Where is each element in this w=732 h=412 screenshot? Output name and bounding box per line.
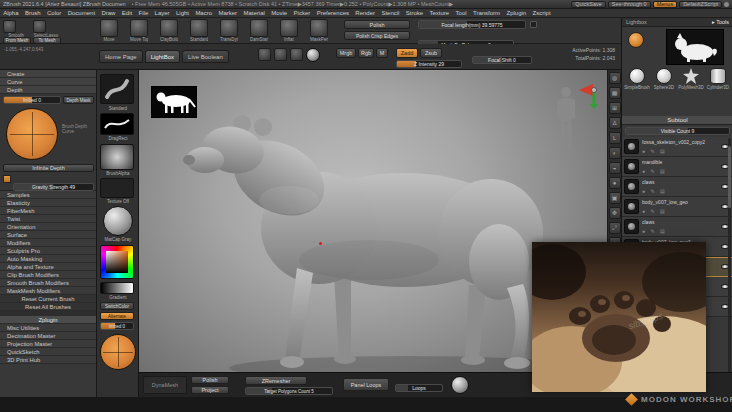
tab-home-page[interactable]: Home Page: [99, 50, 143, 63]
sphere-tool-thumbnail[interactable]: [628, 32, 644, 48]
material-quick-icon[interactable]: [306, 48, 320, 62]
from-mesh-button[interactable]: From Mesh: [3, 37, 31, 44]
bpr-render-icon[interactable]: ◍: [609, 72, 621, 84]
menus-toggle-button[interactable]: Menus: [653, 1, 678, 8]
menu-macro[interactable]: Macro: [192, 10, 215, 16]
gradient-thumbnail[interactable]: [100, 282, 134, 294]
subtool-row[interactable]: fossa_skeleton_v002_copy2● ✎ ▤: [622, 137, 732, 157]
menu-picker[interactable]: Picker: [290, 10, 313, 16]
tray-section-samples[interactable]: Samples: [0, 191, 96, 199]
zplugin-misc-utilities[interactable]: Misc Utilities: [0, 324, 96, 332]
subtool-mode-icons[interactable]: ● ✎ ▤: [642, 168, 667, 174]
polyframe-icon[interactable]: ▦: [609, 87, 621, 99]
tray-section-twist[interactable]: Twist: [0, 215, 96, 223]
stroke-thumbnail[interactable]: [100, 113, 134, 135]
subtool-header[interactable]: Subtool: [622, 116, 732, 125]
quicksave-button[interactable]: QuickSave: [571, 1, 606, 8]
depth-mask-button[interactable]: Depth Mask: [63, 96, 94, 104]
local-symmetry-icon[interactable]: Ⅼ: [609, 132, 621, 144]
tools-palette-label[interactable]: ▸ Tools: [712, 19, 729, 25]
tray-section-orientation[interactable]: Orientation: [0, 223, 96, 231]
focal-shift-slider[interactable]: Focal Shift 0: [472, 56, 532, 64]
imbed-slider[interactable]: Imbed 0: [3, 96, 61, 104]
perspective-icon[interactable]: ∆: [609, 117, 621, 129]
tray-section-fibermesh[interactable]: FiberMesh: [0, 207, 96, 215]
move-canvas-icon[interactable]: ✥: [609, 207, 621, 219]
brush-tile-damstandard[interactable]: DamStandard: [250, 19, 268, 42]
brush-curve-dial[interactable]: [100, 334, 136, 370]
to-mesh-button[interactable]: To Mesh: [33, 37, 61, 44]
reset-current-brush-button[interactable]: Reset Current Brush: [0, 295, 96, 303]
menu-stencil[interactable]: Stencil: [378, 10, 402, 16]
tray-section-clip-brush-modifiers[interactable]: Clip Brush Modifiers: [0, 271, 96, 279]
subtool-scrollbar[interactable]: [728, 138, 731, 388]
menu-file[interactable]: File: [135, 10, 151, 16]
menu-transform[interactable]: Transform: [470, 10, 504, 16]
zremesher-button[interactable]: ZRemesher: [245, 376, 307, 385]
imbed-mini-slider[interactable]: Imbed 0: [100, 322, 134, 330]
menu-document[interactable]: Document: [65, 10, 99, 16]
silhouette-reference-image[interactable]: [151, 86, 197, 118]
dynamesh-polish-button[interactable]: Polish: [191, 376, 229, 384]
brush-tile-inflat[interactable]: Inflat: [280, 19, 298, 42]
gravity-strength-slider[interactable]: Gravity Strength 49: [13, 183, 94, 191]
menu-texture[interactable]: Texture: [426, 10, 452, 16]
floor-grid-icon[interactable]: ⊞: [609, 102, 621, 114]
current-brush-thumbnail[interactable]: [100, 74, 134, 104]
menu-draw[interactable]: Draw: [98, 10, 118, 16]
zplugin-3d-print-hub[interactable]: 3D Print Hub: [0, 356, 96, 364]
gravity-direction-icon[interactable]: [3, 175, 11, 183]
undo-history-checkbox[interactable]: [530, 21, 537, 28]
quick-pick-cylinder3d[interactable]: Cylinder3D: [705, 68, 731, 90]
subtool-mode-icons[interactable]: ● ✎ ▤: [642, 148, 667, 154]
menu-brush[interactable]: Brush: [22, 10, 44, 16]
rgb-button[interactable]: Rgb: [358, 48, 374, 58]
quick-pick-simplebrush[interactable]: SimpleBrush: [624, 68, 650, 90]
visible-count-slider[interactable]: Visible Count 9: [625, 127, 730, 135]
tab-lightbox[interactable]: LightBox: [145, 50, 180, 63]
loops-slider[interactable]: Loops: [395, 384, 443, 392]
menu-stroke[interactable]: Stroke: [403, 10, 427, 16]
menu-layer[interactable]: Layer: [151, 10, 172, 16]
brush-tile-claybuildup[interactable]: ClayBuildup: [160, 19, 178, 42]
paw-reference-photo[interactable]: sibshops: [532, 242, 706, 392]
lightbox-toggle[interactable]: Lightbox: [626, 19, 647, 25]
menu-render[interactable]: Render: [352, 10, 378, 16]
preview-sphere-icon[interactable]: [451, 376, 469, 394]
tray-section-create[interactable]: Create: [0, 70, 96, 78]
dynamesh-project-button[interactable]: Project: [191, 386, 229, 394]
dynamesh-button[interactable]: DynaMesh: [143, 376, 187, 394]
menu-light[interactable]: Light: [173, 10, 192, 16]
menu-preferences[interactable]: Preferences: [313, 10, 352, 16]
brush-tile-standard[interactable]: Standard: [190, 19, 208, 42]
tray-section-maskmesh-modifiers[interactable]: MaskMesh Modifiers: [0, 287, 96, 295]
menu-zplugin[interactable]: Zplugin: [503, 10, 529, 16]
menu-marker[interactable]: Marker: [215, 10, 240, 16]
zplugin-quicksketch[interactable]: QuickSketch: [0, 348, 96, 356]
menu-zscript[interactable]: Zscript: [529, 10, 553, 16]
tray-section-elasticity[interactable]: Elasticity: [0, 199, 96, 207]
subtool-mode-icons[interactable]: ● ✎ ▤: [642, 208, 667, 214]
z-intensity-slider[interactable]: Z Intensity 29: [396, 60, 462, 68]
tray-section-depth[interactable]: Depth: [0, 86, 96, 94]
quick-pick-sphere3d[interactable]: Sphere3D: [651, 68, 677, 90]
reset-all-brushes-button[interactable]: Reset All Brushes: [0, 303, 96, 311]
infinite-depth-button[interactable]: Infinite Depth: [3, 164, 94, 172]
target-polygons-slider[interactable]: Target Polygons Count 5: [245, 387, 333, 395]
solo-icon[interactable]: ●: [609, 177, 621, 189]
texture-thumbnail[interactable]: [100, 178, 134, 198]
subtool-row[interactable]: claws● ✎ ▤: [622, 177, 732, 197]
menu-edit[interactable]: Edit: [119, 10, 136, 16]
menu-material[interactable]: Material: [240, 10, 268, 16]
alpha-quick-icon[interactable]: [290, 48, 303, 61]
tray-section-modifiers[interactable]: Modifiers: [0, 239, 96, 247]
switch-color-button[interactable]: SwitchColor: [100, 302, 134, 310]
brush-tile-transdynamic[interactable]: TransDynamic: [220, 19, 238, 42]
see-through-slider[interactable]: See-through 0: [608, 1, 651, 8]
subtool-row[interactable]: body_v007_low_geo● ✎ ▤: [622, 197, 732, 217]
polish-crisp-edges-button[interactable]: Polish Crisp Edges: [344, 31, 410, 40]
m-button[interactable]: M: [376, 48, 388, 58]
zplugin-projection-master[interactable]: Projection Master: [0, 340, 96, 348]
color-picker[interactable]: [100, 245, 134, 279]
menu-tool[interactable]: Tool: [452, 10, 469, 16]
